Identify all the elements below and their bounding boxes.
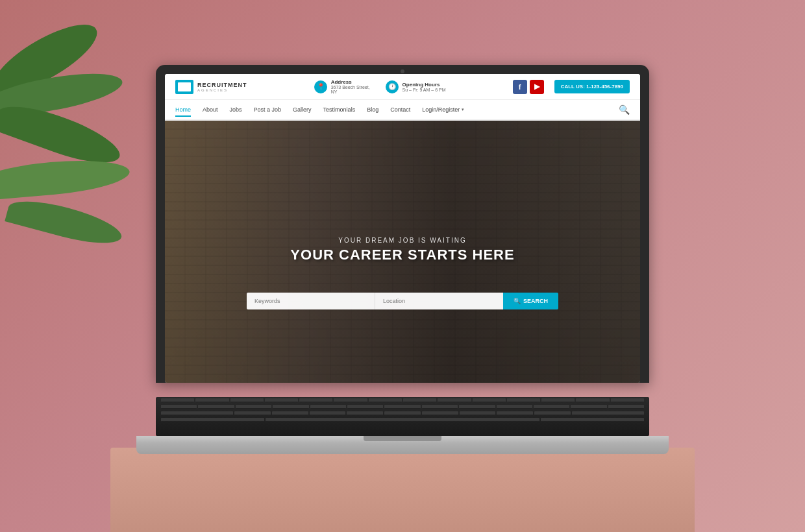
youtube-button[interactable]: ▶ [530,80,544,94]
call-button[interactable]: CALL US: 1-123-456-7890 [554,80,630,93]
hours-label: Opening Hours [402,82,446,88]
keywords-input[interactable] [247,293,375,309]
address-text: Address 3673 Beech Street, NY [331,79,370,94]
hero-main-heading: YOUR CAREER STARTS HERE [290,247,514,263]
nav-login[interactable]: Login/Register ▾ [422,104,464,115]
nav-jobs[interactable]: Jobs [230,104,242,115]
search-icon[interactable]: 🔍 [619,104,630,115]
hero-section: YOUR DREAM JOB IS WAITING YOUR CAREER ST… [165,121,640,383]
header-info: 📍 Address 3673 Beech Street, NY 🕐 O [258,79,502,94]
laptop-keyboard [156,397,649,436]
nav-blog[interactable]: Blog [367,104,378,115]
logo-area: RECRUITMENT AGENCIES [175,80,247,94]
logo-main-text: RECRUITMENT [197,82,247,88]
logo-icon [175,80,193,94]
address-info: 📍 Address 3673 Beech Street, NY [314,79,370,94]
address-line2: NY [331,90,370,94]
laptop-screen: RECRUITMENT AGENCIES 📍 Address 3673 Beec… [165,74,640,383]
hours-info: 🕐 Opening Hours Su – Fr: 9 AM – 6 PM [386,80,446,93]
nav-gallery[interactable]: Gallery [293,104,312,115]
website-content: RECRUITMENT AGENCIES 📍 Address 3673 Beec… [165,74,640,383]
search-button[interactable]: 🔍 SEARCH [503,293,558,309]
header-top-bar: RECRUITMENT AGENCIES 📍 Address 3673 Beec… [165,74,640,100]
webcam [401,69,404,73]
address-label: Address [331,79,370,85]
search-bar: 🔍 SEARCH [247,293,558,309]
logo-sub-text: AGENCIES [197,88,247,92]
nav-about[interactable]: About [203,104,218,115]
header-social: f ▶ [513,80,544,94]
clock-icon: 🕐 [386,80,399,93]
logo-text: RECRUITMENT AGENCIES [197,82,247,92]
hours-value: Su – Fr: 9 AM – 6 PM [402,88,446,92]
nav-testimonials[interactable]: Testimonials [323,104,356,115]
address-line1: 3673 Beech Street, [331,85,370,90]
hero-sub-heading: YOUR DREAM JOB IS WAITING [290,237,514,244]
nav-post-job[interactable]: Post a Job [254,104,282,115]
chevron-down-icon: ▾ [462,107,464,112]
laptop: RECRUITMENT AGENCIES 📍 Address 3673 Beec… [136,65,669,480]
navigation-bar: Home About Jobs Post a Job Gallery Testi… [165,100,640,121]
laptop-base [136,436,669,454]
location-input[interactable] [375,293,503,309]
hours-text: Opening Hours Su – Fr: 9 AM – 6 PM [402,82,446,92]
laptop-screen-bezel: RECRUITMENT AGENCIES 📍 Address 3673 Beec… [156,65,649,383]
location-icon: 📍 [314,80,327,93]
nav-contact[interactable]: Contact [390,104,410,115]
hero-content: YOUR DREAM JOB IS WAITING YOUR CAREER ST… [290,237,514,263]
facebook-button[interactable]: f [513,80,527,94]
search-btn-icon: 🔍 [514,298,521,304]
nav-home[interactable]: Home [175,104,191,117]
